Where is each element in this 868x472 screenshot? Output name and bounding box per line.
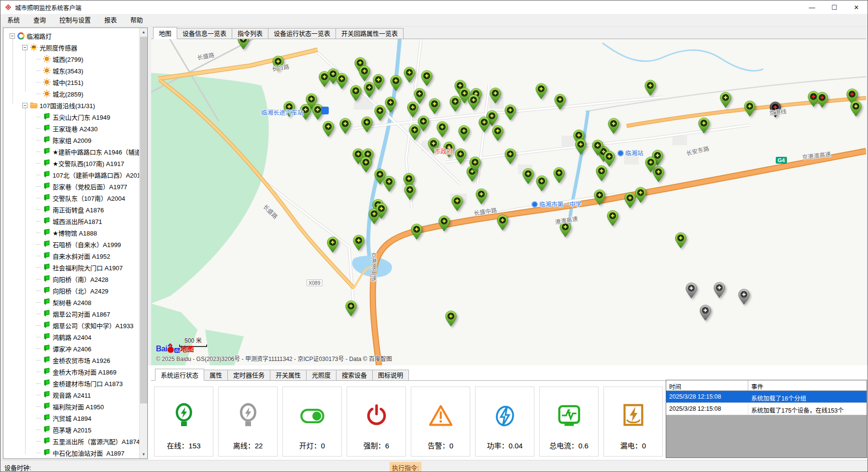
map-pin[interactable] (339, 118, 351, 134)
map-pin[interactable] (451, 195, 463, 211)
map-pin[interactable] (594, 189, 605, 206)
map-pin[interactable] (345, 300, 357, 317)
collapse-expander[interactable] (10, 33, 15, 39)
tree-device-item[interactable]: 向阳桥（南）A2428 (3, 273, 139, 285)
map-pin[interactable] (455, 148, 466, 165)
map-pin[interactable] (411, 223, 422, 240)
event-log-row[interactable]: 2025/3/28 12:15:08 系统加载了16个分组 (666, 391, 867, 403)
tree-device-item[interactable]: 陈家组 A2009 (3, 134, 139, 146)
tree-sensor-item[interactable]: 城中(2151) (3, 76, 139, 88)
map-pin[interactable] (385, 97, 396, 113)
tree-sensor-item[interactable]: 城东(3543) (3, 65, 139, 76)
map-pin[interactable] (644, 80, 656, 96)
map-pin[interactable] (436, 121, 448, 138)
tree-device-item[interactable]: 五里派出所（富源汽配）A1874 (3, 435, 139, 447)
map-pin[interactable] (738, 289, 750, 305)
tree-device-item[interactable]: 五尖山大门东 A1949 (3, 111, 139, 123)
panel-tab[interactable]: 属性 (204, 370, 228, 380)
map-pin[interactable] (575, 139, 587, 155)
maximize-button[interactable]: ☐ (823, 0, 845, 14)
tree-device-item[interactable]: 汽贸城 A1894 (3, 412, 139, 424)
map-pin[interactable] (635, 187, 646, 203)
tree-device-item[interactable]: ★博物馆 A1888 (3, 227, 139, 238)
tree-sensor-item[interactable]: 城西(2799) (3, 53, 139, 65)
tree-device-item[interactable]: ★建新中路路口东 A1946（辅道灯） (3, 146, 139, 157)
view-tab[interactable]: 开关回路属性一览表 (336, 28, 404, 39)
panel-tab[interactable]: 搜索设备 (336, 370, 373, 380)
map-pin[interactable] (238, 39, 249, 50)
tree-device-item[interactable]: 金桥建材市场门口 A1873 (3, 377, 139, 389)
tree-device-item[interactable]: 中石化加油站对面 A1897 (3, 447, 139, 458)
view-tab[interactable]: 地图 (153, 27, 177, 39)
map-pin[interactable] (336, 73, 348, 89)
map-pin[interactable] (645, 156, 657, 173)
panel-tab[interactable]: 系统运行状态 (155, 369, 204, 381)
map-pin[interactable] (536, 175, 547, 192)
tree-device-item[interactable]: 城西派出所A1871 (3, 215, 139, 227)
column-time[interactable]: 时间 (666, 380, 748, 390)
scroll-thumb[interactable] (140, 37, 147, 403)
map-pin[interactable] (553, 167, 565, 183)
tree-device-item[interactable]: 王家珑巷 A2430 (3, 123, 139, 134)
event-log-row[interactable]: 2025/3/28 12:15:08 系统加载了175个设备，在线153个 (666, 403, 867, 415)
tree-device-item[interactable]: 烟草公司（求知中学）A1933 (3, 319, 139, 331)
map-pin[interactable] (350, 85, 362, 101)
tree-device-item[interactable]: 烟草公司对面 A1867 (3, 308, 139, 319)
map-pin[interactable] (327, 236, 338, 253)
map-pin[interactable] (816, 92, 828, 108)
map-pin[interactable] (686, 282, 697, 299)
tree-device-item[interactable]: 向阳桥（北）A2429 (3, 285, 139, 296)
map-pin[interactable] (360, 156, 372, 173)
map-pin[interactable] (359, 65, 370, 82)
map-pin[interactable] (608, 118, 619, 134)
tree-device-item[interactable]: 观音路 A2411 (3, 389, 139, 401)
tree-device-item[interactable]: 鸿鹤路 A2404 (3, 331, 139, 343)
tree-device-item[interactable]: 彭家巷（党校后面）A1977 (3, 180, 139, 192)
tree-device-item[interactable]: 金桥大市场对面 A1869 (3, 366, 139, 377)
column-event[interactable]: 事件 (748, 380, 867, 390)
minimize-button[interactable]: — (801, 0, 823, 14)
map-pin[interactable] (607, 210, 618, 226)
map-pin[interactable] (714, 282, 725, 298)
map-pin[interactable] (492, 125, 504, 141)
map-pin[interactable] (720, 92, 731, 108)
map-pin[interactable] (497, 214, 508, 231)
map-pin[interactable] (700, 305, 711, 321)
map-pin[interactable] (383, 176, 395, 192)
map-pin[interactable] (418, 115, 429, 132)
tree-device-item[interactable]: 福利院对面 A1950 (3, 401, 139, 412)
tree-device-item[interactable]: ★交警队西(107南) A1917 (3, 157, 139, 169)
view-tab[interactable]: 设备运行状态一览表 (268, 28, 336, 39)
tree-device-item[interactable]: 芭茅塘 A2015 (3, 424, 139, 435)
map-pin[interactable] (429, 98, 440, 114)
tree-device-item[interactable]: 社会福利院大门口 A1907 (3, 262, 139, 273)
map-pin[interactable] (390, 75, 402, 91)
map-pin[interactable] (744, 100, 756, 117)
map-pin[interactable] (438, 215, 450, 232)
tree-device-item[interactable]: 107北（建新中路路口西）A2014 (3, 169, 139, 180)
menu-item[interactable]: 帮助 (124, 14, 150, 27)
menu-item[interactable]: 报表 (98, 14, 124, 27)
view-tab[interactable]: 设备信息一览表 (177, 28, 232, 39)
map-pin[interactable] (592, 139, 603, 156)
map-pin[interactable] (675, 232, 686, 249)
collapse-expander[interactable] (22, 103, 28, 108)
map-canvas[interactable]: 长盛路长白路临湘长途汽车站市政府临湘站临湘市第一中学长安东路京港线京港澳高速长盛… (151, 39, 866, 365)
panel-tab[interactable]: 光照度 (306, 370, 336, 380)
panel-tab[interactable]: 图标说明 (372, 370, 409, 380)
map-pin[interactable] (376, 203, 387, 219)
map-pin[interactable] (698, 117, 710, 134)
tree-device-item[interactable]: 金桥农贸市场 A1926 (3, 354, 139, 366)
tree-scrollbar[interactable]: ▲ ▼ (139, 28, 147, 458)
map-pin[interactable] (603, 151, 615, 167)
map-pin[interactable] (522, 168, 534, 184)
map-pin[interactable] (468, 94, 479, 111)
menu-item[interactable]: 系统 (0, 14, 27, 27)
map-pin[interactable] (421, 70, 433, 86)
tree-root[interactable]: 临湘路灯 (3, 30, 139, 42)
menu-item[interactable]: 控制与设置 (53, 14, 98, 27)
map-pin[interactable] (535, 83, 547, 99)
map-pin[interactable] (404, 67, 415, 83)
map-pin[interactable] (504, 148, 516, 165)
map-pin[interactable] (478, 116, 490, 133)
